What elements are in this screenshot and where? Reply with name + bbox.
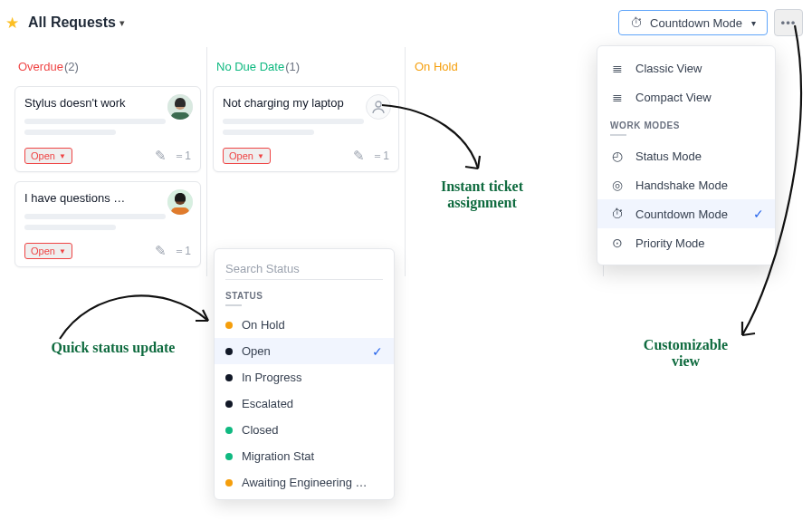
mode-option[interactable]: ⏱Countdown Mode✓ (597, 199, 775, 228)
annotation-quick-status: Quick status update (45, 340, 181, 356)
stopwatch-icon: ⏱ (630, 15, 643, 30)
page-title: All Requests (28, 14, 116, 31)
list-icon: ≣ (610, 61, 625, 75)
work-modes-label: WORK MODES (610, 120, 762, 130)
column-header-onhold: On Hold (411, 47, 597, 82)
column-header-nodue: No Due Date (1) (213, 47, 399, 82)
status-option-label: Closed (242, 423, 278, 437)
mode-option-label: Status Mode (635, 149, 702, 163)
status-option[interactable]: Escalated (215, 390, 394, 417)
chevron-down-icon: ▼ (257, 152, 264, 160)
view-option[interactable]: ≣Compact View (597, 82, 775, 111)
topbar: ★ All Requests ▾ ⏱ Countdown Mode ▾ ••• (0, 0, 812, 47)
chevron-down-icon: ▼ (59, 247, 66, 255)
more-button[interactable]: ••• (774, 9, 803, 36)
priority-icon[interactable]: ＝1 (372, 149, 389, 164)
status-popup: STATUS On HoldOpen✓In ProgressEscalatedC… (214, 248, 395, 500)
status-text: Open (31, 246, 55, 256)
column-label: Overdue (18, 60, 63, 73)
priority-icon[interactable]: ＝1 (174, 244, 191, 259)
status-option[interactable]: On Hold (215, 312, 394, 338)
status-section-label: STATUS (225, 291, 383, 301)
status-option-label: Migration Stat (242, 449, 314, 463)
svg-point-6 (376, 101, 381, 107)
note-icon[interactable]: ✎ (155, 148, 167, 164)
avatar[interactable] (167, 94, 193, 120)
status-chip[interactable]: Open ▼ (223, 148, 271, 164)
divider (610, 134, 626, 136)
more-icon: ••• (781, 16, 797, 30)
status-option[interactable]: Open✓ (215, 338, 394, 364)
view-option[interactable]: ≣Classic View (597, 53, 775, 82)
star-icon[interactable]: ★ (5, 14, 19, 33)
column-no-due: No Due Date (1) Not charging my laptop O… (207, 47, 406, 276)
status-option[interactable]: Awaiting Engineering R... (215, 469, 394, 496)
check-icon: ✓ (372, 344, 383, 359)
status-option-label: In Progress (242, 371, 301, 384)
status-option-label: On Hold (242, 318, 285, 332)
status-dot-icon (225, 400, 233, 408)
avatar[interactable] (167, 189, 193, 215)
chevron-down-icon: ▾ (751, 18, 756, 28)
status-dot-icon (225, 348, 233, 355)
priority-icon: ⊙ (610, 236, 625, 250)
status-dot-icon (225, 427, 233, 434)
priority-icon[interactable]: ＝1 (174, 149, 191, 164)
divider (225, 304, 242, 306)
column-overdue: Overdue (2) Stylus doesn't work Open ▼ ✎… (9, 47, 207, 276)
svg-rect-5 (171, 207, 189, 215)
status-dot-icon (225, 479, 233, 487)
status-option-label: Escalated (242, 397, 293, 410)
mode-option[interactable]: ⊙Priority Mode (597, 228, 775, 257)
placeholder-line (24, 225, 116, 230)
status-chip[interactable]: Open ▼ (24, 243, 72, 259)
countdown-icon: ⏱ (610, 207, 625, 221)
status-text: Open (31, 150, 55, 161)
ticket-card[interactable]: Stylus doesn't work Open ▼ ✎ ＝1 (14, 86, 201, 172)
status-option[interactable]: Migration Stat (215, 443, 394, 469)
status-option-label: Awaiting Engineering R... (242, 476, 368, 489)
placeholder-line (24, 214, 166, 219)
mode-option[interactable]: ◎Handshake Mode (597, 170, 775, 199)
column-label: No Due Date (216, 60, 284, 73)
card-title: Not charging my laptop (223, 96, 389, 110)
status-option-label: Open (242, 344, 271, 358)
search-status-input[interactable] (225, 258, 383, 280)
chevron-down-icon[interactable]: ▾ (119, 17, 125, 29)
mode-option-label: Countdown Mode (635, 207, 728, 221)
placeholder-line (24, 119, 166, 124)
column-label: On Hold (415, 60, 458, 73)
card-title: I have questions … (24, 191, 191, 205)
countdown-mode-label: Countdown Mode (650, 16, 742, 30)
column-header-overdue: Overdue (2) (14, 47, 201, 82)
status-chip[interactable]: Open ▼ (24, 148, 72, 164)
view-popup: ≣Classic View≣Compact View WORK MODES ◴S… (597, 45, 776, 265)
status-text: Open (229, 150, 253, 161)
status-option[interactable]: Closed (215, 417, 394, 443)
column-onhold: On Hold (406, 47, 604, 276)
countdown-mode-button[interactable]: ⏱ Countdown Mode ▾ (618, 10, 768, 35)
status-icon: ◴ (610, 149, 625, 163)
annotation-instant-assign: Instant ticket assignment (412, 178, 552, 211)
mode-option-label: Handshake Mode (635, 178, 728, 192)
assign-avatar[interactable] (366, 94, 391, 120)
column-count: (1) (285, 60, 300, 73)
mode-option-label: Priority Mode (635, 236, 705, 250)
handshake-icon: ◎ (610, 178, 625, 192)
note-icon[interactable]: ✎ (155, 243, 167, 259)
check-icon: ✓ (753, 207, 764, 221)
note-icon[interactable]: ✎ (353, 148, 365, 164)
status-option[interactable]: In Progress (215, 364, 394, 390)
view-option-label: Compact View (635, 91, 712, 104)
ticket-card[interactable]: Not charging my laptop Open ▼ ✎ ＝1 (213, 86, 399, 172)
view-option-label: Classic View (635, 62, 702, 75)
placeholder-line (223, 130, 314, 135)
annotation-customizable-view: Customizable view (634, 337, 738, 370)
ticket-card[interactable]: I have questions … Open ▼ ✎ ＝1 (14, 181, 201, 267)
svg-rect-2 (171, 112, 189, 120)
list-icon: ≣ (610, 90, 625, 104)
status-dot-icon (225, 453, 233, 460)
placeholder-line (24, 130, 116, 135)
chevron-down-icon: ▼ (59, 152, 66, 160)
mode-option[interactable]: ◴Status Mode (597, 141, 775, 170)
